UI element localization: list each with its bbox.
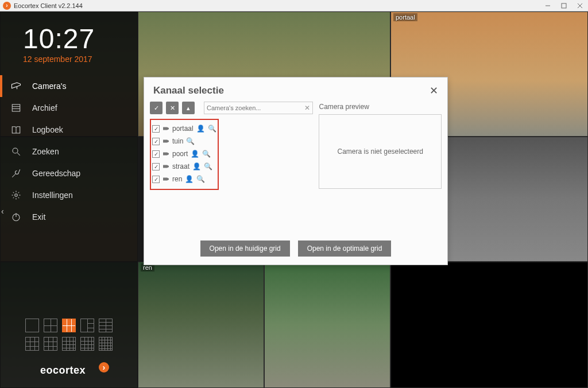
zoom-icon: 🔍 <box>186 137 195 145</box>
person-icon: 👤 <box>196 125 205 133</box>
camera-list: ✓ portaal 👤 🔍 ✓ tuin 🔍 ✓ <box>150 119 219 190</box>
nav-label: Exit <box>32 212 45 222</box>
svg-line-8 <box>17 153 20 156</box>
search-icon <box>10 146 22 157</box>
camera-label: portaal <box>393 13 417 21</box>
nav-item-search[interactable]: Zoeken <box>0 141 138 162</box>
wrench-icon <box>10 168 22 179</box>
camera-icon <box>163 125 169 132</box>
gear-icon <box>10 189 22 201</box>
book-icon <box>10 124 22 135</box>
window-title: Eocortex Client v2.2.144 <box>14 2 83 9</box>
grid-layout-split[interactable] <box>80 319 94 332</box>
grid-layout-1[interactable] <box>25 319 39 332</box>
titlebar: Eocortex Client v2.2.144 <box>0 0 588 11</box>
checkbox[interactable]: ✓ <box>152 125 160 133</box>
camera-tile[interactable]: ren <box>138 262 264 388</box>
uncheck-all-button[interactable]: ✕ <box>166 102 179 114</box>
nav-item-settings[interactable]: Instellingen <box>0 184 138 206</box>
camera-name: straat <box>172 162 189 170</box>
person-icon: 👤 <box>192 162 201 170</box>
camera-icon <box>163 176 169 183</box>
clear-search-icon[interactable]: ✕ <box>304 104 310 112</box>
camera-tile[interactable] <box>390 262 588 388</box>
clock-time: 10:27 <box>23 23 126 55</box>
grid-layout-5x5[interactable] <box>99 337 113 351</box>
nav-label: Camera's <box>32 82 66 91</box>
svg-rect-1 <box>562 3 566 8</box>
svg-rect-4 <box>12 104 20 111</box>
check-all-button[interactable]: ✓ <box>150 102 163 114</box>
channel-selection-dialog: Kanaal selectie ✕ ✓ ✕ ▴ ✕ ✓ <box>144 77 448 265</box>
brand-text: eocortex <box>40 364 86 376</box>
grid-layout-4x4b[interactable] <box>80 337 94 351</box>
minimize-button[interactable] <box>540 0 556 11</box>
dialog-close-button[interactable]: ✕ <box>430 84 438 97</box>
nav-item-cameras[interactable]: Camera's <box>0 75 138 97</box>
camera-name: ren <box>172 175 182 183</box>
zoom-icon: 🔍 <box>196 175 205 183</box>
person-icon: 👤 <box>185 175 194 183</box>
zoom-icon: 🔍 <box>208 125 216 133</box>
camera-row[interactable]: ✓ ren 👤 🔍 <box>152 173 216 185</box>
grid-layout-3x2[interactable] <box>62 319 76 332</box>
clock-date: 12 september 2017 <box>23 55 126 64</box>
camera-icon <box>163 163 169 170</box>
sidebar: 10:27 12 september 2017 Camera's Archief… <box>0 11 138 388</box>
preview-label: Camera preview <box>319 103 442 111</box>
nav-item-archive[interactable]: Archief <box>0 97 138 119</box>
nav-label: Logboek <box>32 125 63 134</box>
nav-list: Camera's Archief Logboek Zoeken Gereedsc… <box>0 75 138 228</box>
checkbox[interactable]: ✓ <box>152 150 160 158</box>
nav-label: Archief <box>32 103 57 112</box>
dialog-title: Kanaal selectie <box>153 85 224 96</box>
open-current-grid-button[interactable]: Open in de huidige grid <box>200 240 290 257</box>
nav-label: Gereedschap <box>32 169 80 178</box>
nav-item-exit[interactable]: Exit <box>0 206 138 228</box>
svg-point-9 <box>15 194 18 197</box>
maximize-button[interactable] <box>556 0 572 11</box>
camera-row[interactable]: ✓ straat 👤 🔍 <box>152 160 216 173</box>
grid-layout-2x2[interactable] <box>44 319 57 332</box>
preview-empty-text: Camera is niet geselecteerd <box>338 148 423 156</box>
camera-row[interactable]: ✓ portaal 👤 🔍 <box>152 122 216 135</box>
zoom-icon: 🔍 <box>202 150 211 158</box>
brand-logo: eocortex <box>0 361 138 388</box>
nav-label: Zoeken <box>32 147 59 156</box>
camera-name: poort <box>172 150 188 158</box>
preview-box: Camera is niet geselecteerd <box>319 114 442 189</box>
collapse-sidebar-button[interactable]: ‹ <box>1 207 4 216</box>
grid-layout-mix[interactable] <box>99 319 113 332</box>
camera-row[interactable]: ✓ poort 👤 🔍 <box>152 148 216 160</box>
camera-name: tuin <box>172 137 183 145</box>
camera-name: portaal <box>172 125 194 133</box>
checkbox[interactable]: ✓ <box>152 138 160 145</box>
grid-layout-3x3[interactable] <box>25 337 39 351</box>
camera-search-field[interactable]: ✕ <box>204 102 313 114</box>
grid-layout-4x4[interactable] <box>62 337 76 351</box>
nav-item-tools[interactable]: Gereedschap <box>0 162 138 184</box>
camera-icon <box>10 80 22 92</box>
checkbox[interactable]: ✓ <box>152 176 160 183</box>
power-icon <box>10 211 22 223</box>
camera-icon <box>163 138 169 145</box>
checkbox[interactable]: ✓ <box>152 163 160 170</box>
archive-icon <box>10 102 22 114</box>
app-icon <box>3 2 11 10</box>
nav-item-logbook[interactable]: Logboek <box>0 119 138 141</box>
camera-row[interactable]: ✓ tuin 🔍 <box>152 135 216 148</box>
collapse-tree-button[interactable]: ▴ <box>182 102 195 114</box>
open-optimal-grid-button[interactable]: Open in de optimale grid <box>298 240 392 257</box>
nav-label: Instellingen <box>32 191 73 200</box>
window-controls <box>540 0 588 11</box>
brand-arrow-icon <box>99 362 109 373</box>
camera-icon <box>163 150 169 157</box>
close-button[interactable] <box>572 0 588 11</box>
grid-layout-3x3b[interactable] <box>44 337 57 351</box>
camera-tile[interactable] <box>264 262 390 388</box>
zoom-icon: 🔍 <box>204 162 212 170</box>
clock: 10:27 12 september 2017 <box>0 11 138 68</box>
grid-presets <box>0 319 138 361</box>
camera-search-input[interactable] <box>207 104 304 111</box>
person-icon: 👤 <box>191 150 199 158</box>
